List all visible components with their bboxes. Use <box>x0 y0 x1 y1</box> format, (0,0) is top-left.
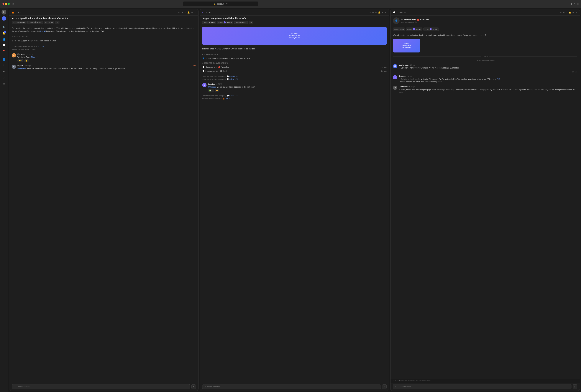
more-options-icon[interactable]: ⋯ <box>369 11 371 13</box>
company-icon-hooli: ◇ <box>220 70 222 72</box>
comment-input-tkt82[interactable]: ☺ Leave comment <box>202 384 381 389</box>
add-icon[interactable]: ⊕ <box>372 11 374 13</box>
comment-input-conv[interactable]: ☺ Leave comment <box>393 384 572 389</box>
sidebar-item-location[interactable]: 📍 <box>1 48 7 54</box>
tag-priority[interactable]: Priority P1 <box>44 21 54 24</box>
close-button[interactable] <box>2 3 4 5</box>
reaction-check[interactable]: ✅ 1 <box>208 89 214 92</box>
send-button-iss53[interactable]: ➤ <box>192 385 196 389</box>
mention-maureen[interactable]: @Maureen <box>18 67 26 69</box>
tag-severity[interactable]: Severity Major <box>234 21 248 24</box>
faq-link[interactable]: FAQ <box>496 78 500 80</box>
reload-icon[interactable]: ↻ <box>226 3 228 5</box>
tag-status-tkt[interactable]: Status Triaged <box>202 21 216 24</box>
activity-link-iss53[interactable]: 🔥 ISS-53 <box>223 98 230 100</box>
close-icon[interactable]: ✕ <box>194 11 196 13</box>
location-icon: 📍 <box>2 50 6 53</box>
customer-conv-item-1[interactable]: 💬 Customer from Acme Inc. 10 m ago <box>202 65 386 69</box>
copy-icon[interactable]: ⧉ <box>184 11 186 13</box>
expand-icon[interactable]: ⊞ <box>382 11 384 13</box>
sidebar-item-conversations[interactable]: 💬 <box>1 42 7 48</box>
tag-status-tkt-value: Triaged <box>209 21 214 23</box>
image-preview-tkt82: No-code automation for security teams <box>202 27 386 45</box>
send-button-tkt82[interactable]: ➤ <box>382 385 386 389</box>
issue-rel-icon: 👤 <box>202 57 204 59</box>
related-issue-item[interactable]: 👤 ISS-53 Incorrect position for position… <box>202 56 386 60</box>
copy-icon-conv[interactable]: ⧉ <box>566 11 568 13</box>
ticket-rel-icon: ⊙ <box>12 40 13 42</box>
more-options-icon-conv[interactable]: ⋯ <box>560 11 562 13</box>
close-icon[interactable]: ✕ <box>385 11 386 13</box>
new-badge: New <box>193 65 196 66</box>
notification-icon[interactable]: 🔔 <box>378 11 380 13</box>
avatar[interactable]: U <box>2 10 6 14</box>
minimize-button[interactable] <box>5 3 7 5</box>
conv-title: Customer from Acme Inc. <box>402 18 430 21</box>
new-tab-button[interactable]: + <box>574 2 576 5</box>
conv-avatar-icon: 👤 <box>395 19 398 22</box>
mention-here[interactable]: @here <box>30 56 36 58</box>
activity-link-conv1102[interactable]: 💬 CONV-1102 <box>227 75 238 77</box>
reaction-smile[interactable]: 😊 <box>24 59 29 62</box>
sidebar-item-reports[interactable]: ⊟ <box>1 81 7 86</box>
reaction-smile-j[interactable]: 😊 <box>215 89 220 92</box>
add-icon[interactable]: ⊕ <box>182 11 184 13</box>
forward-button[interactable]: › <box>22 2 26 6</box>
tag-owner-conv[interactable]: Owner J Jessica <box>406 27 422 31</box>
sidebar-item-integrations[interactable]: ⬡ <box>1 75 7 80</box>
sidebar-item-settings[interactable]: ✦ <box>1 69 7 74</box>
sidebar-toggle-button[interactable]: ⊞ <box>12 2 15 6</box>
tag-status-conv[interactable]: Status Open <box>393 27 405 31</box>
share-button[interactable]: ⬆ <box>570 2 572 5</box>
activity-item-1: ⊙ Michael created this Issue from ⊙ TKT-… <box>12 45 196 48</box>
activity-icon: ⊙ <box>12 46 13 48</box>
sidebar-item-team[interactable]: 👥 <box>1 36 7 42</box>
back-button[interactable]: ‹ <box>17 2 20 6</box>
tag-more[interactable]: +2 <box>55 21 60 24</box>
customer-conv-item-2[interactable]: 💬 2 customers from ◇ Hooli 1 d ago <box>202 69 386 73</box>
reaction-key[interactable]: 🔑 9 <box>18 59 23 62</box>
activity-link-1[interactable]: ⊙ TKT-82 <box>38 46 45 48</box>
emoji-icon[interactable]: ☺ <box>14 386 16 388</box>
chat-time-bryan: 5 min ago <box>24 65 30 66</box>
tag-more-tkt[interactable]: +4 <box>248 21 253 24</box>
activity-link-conv1175[interactable]: 💬 CONV-1175 <box>227 78 238 80</box>
tag-owner[interactable]: Owner P Pietro <box>28 21 43 24</box>
app-icon[interactable]: ⬇ <box>2 16 6 20</box>
emoji-icon-tkt[interactable]: ☺ <box>204 386 206 388</box>
more-options-icon[interactable]: ⋯ <box>178 11 180 13</box>
activity-link-conv1122[interactable]: 💬 CONV-1122 <box>227 95 238 97</box>
address-bar[interactable]: 🔒 turtlee.in ↻ <box>183 1 258 6</box>
close-icon-conv[interactable]: ✕ <box>576 11 577 13</box>
copy-icon[interactable]: ⧉ <box>375 11 377 13</box>
panel-tkt-82: ⊙ TKT-82 ⋯ ⊕ ⧉ 🔔 ⊞ ✕ Support widget over… <box>200 9 389 391</box>
related-ticket-item[interactable]: ⊙ TKT-82 Support widget overlap with bub… <box>12 39 196 43</box>
tag-ticket-conv[interactable]: Ticket ⊙ TKT-82 <box>423 27 439 31</box>
related-issues-header: Related Issues <box>202 53 386 55</box>
expand-icon-conv[interactable]: ⊞ <box>572 11 574 13</box>
tabs-button[interactable]: ⧉ <box>576 2 578 5</box>
maximize-button[interactable] <box>8 3 10 5</box>
emoji-icon-conv[interactable]: ☺ <box>395 386 397 388</box>
sidebar-item-search[interactable]: 🔍 <box>1 24 7 30</box>
send-button-conv[interactable]: ➤ <box>573 385 577 389</box>
sidebar-item-downloads[interactable]: ⬇ <box>1 63 7 68</box>
expand-icon[interactable]: ⊞ <box>191 11 193 13</box>
panel-title-iss53: Incorrect position for position:fixed el… <box>9 15 198 21</box>
comment-input-iss53[interactable]: ☺ Leave comment <box>12 384 190 389</box>
tag-owner-tkt[interactable]: Owner J Jessica <box>217 21 233 24</box>
add-icon-conv[interactable]: ⊕ <box>563 11 565 13</box>
conv-subtitle[interactable]: Add conversation title <box>402 21 430 23</box>
sidebar-item-notifications[interactable]: 🔔 1 <box>1 30 7 36</box>
tag-status[interactable]: Status Assigned <box>12 21 26 24</box>
description-link[interactable]: line 40 <box>40 30 46 32</box>
tag-priority-value: P1 <box>51 21 53 23</box>
customer-time-2: 1 d ago <box>381 70 386 72</box>
comment-placeholder-conv: Leave comment <box>398 386 411 388</box>
notification-icon-conv[interactable]: 🔔 <box>568 11 571 13</box>
company-dot-red <box>218 66 220 68</box>
notification-icon[interactable]: 🔔 <box>187 11 190 13</box>
sidebar-item-contacts[interactable]: 👤 <box>1 56 7 62</box>
mention-michael[interactable]: @michael <box>208 86 216 88</box>
browser-actions: ⬆ + ⧉ <box>570 2 578 5</box>
